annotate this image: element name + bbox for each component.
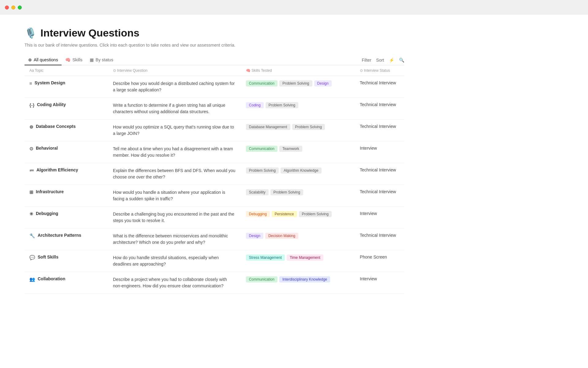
topic-cell-1: {-}Coding Ability bbox=[24, 98, 108, 120]
tab-skills[interactable]: 🧠 Skills bbox=[62, 55, 86, 65]
topic-label: Algorithm Efficiency bbox=[36, 167, 78, 172]
table-row[interactable]: ✳DebuggingDescribe a challenging bug you… bbox=[24, 207, 404, 228]
titlebar bbox=[0, 0, 588, 15]
topic-cell-5: ⊞Infrastructure bbox=[24, 185, 108, 207]
topic-label: Soft Skills bbox=[38, 255, 58, 259]
col-header-skills: 🧠 Skills Tested bbox=[241, 65, 355, 76]
topic-icon: ⊜ bbox=[29, 124, 33, 130]
table-row[interactable]: ≔Algorithm EfficiencyExplain the differe… bbox=[24, 163, 404, 185]
skill-tag: Interdisciplinary Knowledge bbox=[279, 276, 330, 282]
skills-cell-9: CommunicationInterdisciplinary Knowledge bbox=[241, 272, 355, 294]
skill-tag: Problem Solving bbox=[246, 167, 279, 174]
skill-tag: Algorithm Knowledge bbox=[281, 167, 321, 174]
status-cell-5: Technical Interview bbox=[355, 185, 404, 207]
skill-tag: Stress Management bbox=[246, 255, 285, 261]
status-cell-7: Technical Interview bbox=[355, 228, 404, 250]
all-questions-icon: ⊕ bbox=[28, 57, 32, 62]
skills-icon: 🧠 bbox=[65, 57, 70, 62]
lightning-icon: ⚡ bbox=[389, 58, 394, 63]
topic-label: Behavioral bbox=[36, 146, 58, 151]
page-icon: 🎙️ bbox=[24, 27, 37, 39]
table-row[interactable]: ≡System DesignDescribe how you would des… bbox=[24, 76, 404, 98]
topic-icon: ✳ bbox=[29, 211, 33, 217]
sort-button[interactable]: Sort bbox=[376, 58, 384, 63]
status-cell-2: Technical Interview bbox=[355, 120, 404, 141]
skill-tag: Communication bbox=[246, 276, 277, 282]
question-cell-6: Describe a challenging bug you encounter… bbox=[108, 207, 241, 228]
col-skills-prefix: 🧠 bbox=[246, 68, 251, 73]
skill-tag: Persistence bbox=[272, 211, 297, 217]
skill-tag: Design bbox=[246, 233, 263, 239]
skill-tag: Decision Making bbox=[265, 233, 298, 239]
status-cell-1: Technical Interview bbox=[355, 98, 404, 120]
table-row[interactable]: {-}Coding AbilityWrite a function to det… bbox=[24, 98, 404, 120]
tab-all-questions-label: All questions bbox=[34, 57, 58, 62]
topic-label: Database Concepts bbox=[36, 124, 76, 129]
filter-button[interactable]: Filter bbox=[362, 58, 371, 63]
topic-icon: ≔ bbox=[29, 168, 34, 173]
status-cell-4: Technical Interview bbox=[355, 163, 404, 185]
col-question-label: Interview Question bbox=[117, 68, 147, 73]
page-description: This is our bank of interview questions.… bbox=[24, 43, 404, 48]
minimize-button[interactable] bbox=[11, 6, 15, 10]
skill-tag: Database Management bbox=[246, 124, 290, 130]
col-topic-prefix: Aa bbox=[29, 68, 35, 73]
skills-cell-8: Stress ManagementTime Management bbox=[241, 250, 355, 272]
skill-tag: Time Management bbox=[287, 255, 323, 261]
question-cell-5: How would you handle a situation where y… bbox=[108, 185, 241, 207]
status-cell-0: Technical Interview bbox=[355, 76, 404, 98]
topic-icon: 🔧 bbox=[29, 233, 35, 239]
topic-label: Infrastructure bbox=[36, 189, 64, 194]
col-header-question: ⊙ Interview Question bbox=[108, 65, 241, 76]
table-row[interactable]: ⊙BehavioralTell me about a time when you… bbox=[24, 141, 404, 163]
skills-cell-3: CommunicationTeamwork bbox=[241, 141, 355, 163]
skill-tag: Problem Solving bbox=[266, 102, 298, 108]
topic-label: Coding Ability bbox=[37, 102, 66, 107]
topic-label: Debugging bbox=[36, 211, 58, 216]
col-status-label: Interview Status bbox=[364, 68, 390, 73]
status-cell-3: Interview bbox=[355, 141, 404, 163]
skill-tag: Design bbox=[314, 80, 332, 86]
tab-by-status[interactable]: ▦ By status bbox=[86, 55, 117, 65]
table-container: Aa Topic ⊙ Interview Question 🧠 Skills T… bbox=[24, 65, 404, 294]
sort-label: Sort bbox=[376, 58, 384, 63]
skills-cell-7: DesignDecision Making bbox=[241, 228, 355, 250]
table-row[interactable]: 👥CollaborationDescribe a project where y… bbox=[24, 272, 404, 294]
question-cell-4: Explain the differences between BFS and … bbox=[108, 163, 241, 185]
table-row[interactable]: ⊞InfrastructureHow would you handle a si… bbox=[24, 185, 404, 207]
topic-cell-0: ≡System Design bbox=[24, 76, 108, 98]
question-cell-0: Describe how you would design a distribu… bbox=[108, 76, 241, 98]
table-row[interactable]: ⊜Database ConceptsHow would you optimize… bbox=[24, 120, 404, 141]
table-row[interactable]: 💬Soft SkillsHow do you handle stressful … bbox=[24, 250, 404, 272]
topic-label: Collaboration bbox=[38, 276, 65, 281]
questions-table: Aa Topic ⊙ Interview Question 🧠 Skills T… bbox=[24, 65, 404, 294]
question-cell-9: Describe a project where you had to coll… bbox=[108, 272, 241, 294]
col-question-prefix: ⊙ bbox=[113, 68, 117, 73]
status-cell-6: Interview bbox=[355, 207, 404, 228]
search-button[interactable]: 🔍 bbox=[399, 58, 404, 63]
col-header-topic: Aa Topic bbox=[24, 65, 108, 76]
topic-cell-9: 👥Collaboration bbox=[24, 272, 108, 294]
col-status-prefix: ⊙ bbox=[360, 68, 364, 73]
col-skills-label: Skills Tested bbox=[251, 68, 272, 73]
search-icon: 🔍 bbox=[399, 58, 404, 63]
table-row[interactable]: 🔧Architecture PatternsWhat is the differ… bbox=[24, 228, 404, 250]
skill-tag: Communication bbox=[246, 146, 277, 152]
skill-tag: Coding bbox=[246, 102, 264, 108]
skills-cell-1: CodingProblem Solving bbox=[241, 98, 355, 120]
skills-cell-0: CommunicationProblem SolvingDesign bbox=[241, 76, 355, 98]
maximize-button[interactable] bbox=[18, 6, 22, 10]
topic-label: System Design bbox=[35, 80, 65, 85]
status-cell-9: Interview bbox=[355, 272, 404, 294]
skill-tag: Problem Solving bbox=[270, 189, 303, 195]
col-topic-label: Topic bbox=[35, 68, 43, 73]
page-title: Interview Questions bbox=[40, 27, 139, 39]
topic-icon: ≡ bbox=[29, 81, 32, 86]
lightning-button[interactable]: ⚡ bbox=[389, 58, 394, 63]
tab-all-questions[interactable]: ⊕ All questions bbox=[24, 55, 62, 65]
question-cell-3: Tell me about a time when you had a disa… bbox=[108, 141, 241, 163]
topic-icon: {-} bbox=[29, 102, 35, 108]
skill-tag: Communication bbox=[246, 80, 277, 86]
close-button[interactable] bbox=[5, 6, 9, 10]
topic-icon: 💬 bbox=[29, 255, 35, 260]
